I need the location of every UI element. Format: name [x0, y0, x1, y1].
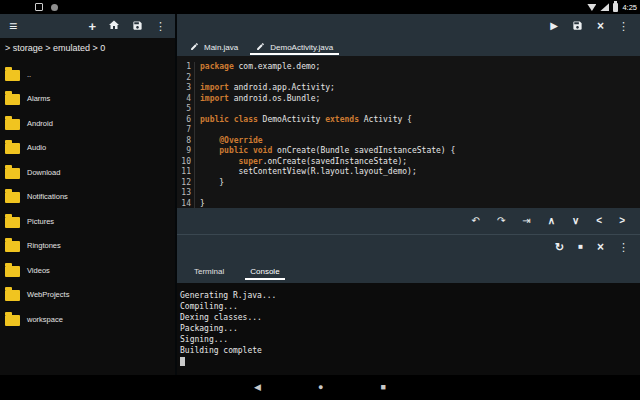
console-toolbar: ↻ ■ × ⋮ [177, 235, 640, 259]
file-item-label: Ringtones [27, 241, 61, 250]
undo-icon[interactable]: ↶ [471, 216, 479, 226]
code-line: 11 setContentView(R.layout.layout_demo); [177, 167, 640, 178]
nav-back-icon[interactable]: ◀ [254, 383, 261, 392]
file-item[interactable]: Pictures [0, 209, 175, 234]
app-screen: 4:25 ≡ + ⋮ > storage > emulated > 0 ..Al… [0, 0, 640, 400]
overflow-menu-icon[interactable]: ⋮ [618, 21, 629, 32]
tab-console[interactable]: Console [245, 262, 284, 281]
status-clock: 4:25 [622, 3, 637, 12]
overflow-menu-icon[interactable]: ⋮ [618, 242, 629, 253]
close-icon[interactable]: × [597, 241, 604, 253]
new-file-icon[interactable]: + [88, 20, 96, 33]
file-item[interactable]: workspace [0, 307, 175, 332]
editor-toolbar: ▶ × ⋮ [177, 14, 640, 38]
nav-home-icon[interactable]: ● [318, 383, 323, 392]
folder-icon [5, 241, 20, 252]
redo-icon[interactable]: ↷ [497, 216, 505, 226]
file-item[interactable]: Ringtones [0, 234, 175, 259]
editor-tabbar: Main.java DemoActivity.java [177, 38, 640, 56]
file-item[interactable]: .. [0, 62, 175, 87]
breadcrumb[interactable]: > storage > emulated > 0 [0, 38, 175, 58]
file-item-label: Alarms [27, 94, 50, 103]
file-item-label: workspace [27, 315, 63, 324]
file-item-label: Pictures [27, 217, 54, 226]
code-text: package com.example.demo; [195, 62, 320, 73]
tab-terminal[interactable]: Terminal [189, 262, 229, 281]
line-number: 12 [177, 178, 195, 189]
console-line: Signing... [180, 334, 640, 345]
edit-icon [256, 42, 265, 53]
file-item[interactable]: Alarms [0, 87, 175, 112]
line-number: 11 [177, 167, 195, 178]
status-system-icons: 4:25 [587, 3, 637, 12]
chevron-right-icon[interactable]: > [619, 216, 625, 226]
tab-key-icon[interactable]: ⇥ [522, 216, 530, 226]
code-text: public void onCreate(Bundle savedInstanc… [195, 146, 455, 157]
tab-main-java[interactable]: Main.java [181, 38, 247, 56]
status-notification-icons [35, 3, 58, 11]
cell-signal-icon [600, 3, 609, 11]
run-icon[interactable]: ▶ [550, 21, 558, 31]
refresh-icon[interactable]: ↻ [555, 242, 564, 253]
code-text [195, 188, 200, 199]
code-text: import android.os.Bundle; [195, 94, 320, 105]
wifi-icon [587, 3, 596, 11]
file-item[interactable]: Android [0, 111, 175, 136]
folder-icon [5, 266, 20, 277]
line-number: 8 [177, 136, 195, 147]
code-text: } [195, 178, 224, 189]
chevron-up-icon[interactable]: ∧ [548, 216, 555, 226]
file-list: ..AlarmsAndroidAudioDownloadNotification… [0, 58, 175, 332]
folder-icon [5, 192, 20, 203]
stop-icon[interactable]: ■ [578, 243, 583, 251]
tab-label: Main.java [204, 43, 238, 52]
chevron-left-icon[interactable]: < [596, 216, 602, 226]
file-browser-panel: ≡ + ⋮ > storage > emulated > 0 ..AlarmsA… [0, 14, 175, 375]
code-line: 9 public void onCreate(Bundle savedInsta… [177, 146, 640, 157]
line-number: 14 [177, 199, 195, 209]
file-item-label: WebProjects [27, 290, 69, 299]
code-text [195, 73, 200, 84]
close-icon[interactable]: × [597, 20, 604, 32]
code-area[interactable]: 1package com.example.demo;23import andro… [177, 56, 640, 208]
file-item-label: Videos [27, 266, 50, 275]
code-text: } [195, 199, 205, 209]
console-line: Compiling... [180, 301, 640, 312]
file-item[interactable]: Audio [0, 136, 175, 161]
console-line: Dexing classes... [180, 312, 640, 323]
line-number: 13 [177, 188, 195, 199]
battery-icon [613, 3, 618, 12]
folder-icon [5, 315, 20, 326]
folder-icon [5, 143, 20, 154]
overflow-menu-icon[interactable]: ⋮ [155, 21, 166, 32]
chevron-down-icon[interactable]: ∨ [572, 216, 579, 226]
code-text: public class DemoActivity extends Activi… [195, 115, 412, 126]
file-item[interactable]: WebProjects [0, 283, 175, 308]
file-item[interactable]: Download [0, 160, 175, 185]
file-item[interactable]: Notifications [0, 185, 175, 210]
home-icon[interactable] [108, 17, 120, 35]
line-number: 5 [177, 104, 195, 115]
save-icon[interactable] [572, 17, 583, 35]
line-number: 3 [177, 83, 195, 94]
code-text: super.onCreate(savedInstanceState); [195, 157, 407, 168]
file-item[interactable]: Videos [0, 258, 175, 283]
tab-demoactivity-java[interactable]: DemoActivity.java [247, 38, 342, 56]
folder-icon [5, 217, 20, 228]
code-line: 8 @Override [177, 136, 640, 147]
nav-recents-icon[interactable]: ■ [380, 383, 385, 392]
line-number: 10 [177, 157, 195, 168]
folder-icon [5, 94, 20, 105]
console-line: Packaging... [180, 323, 640, 334]
file-browser-actions: + ⋮ [88, 17, 166, 35]
editor-panel: ▶ × ⋮ Main.java DemoActivity.java 1packa… [177, 14, 640, 375]
file-item-label: Android [27, 119, 53, 128]
console-line: Generating R.java... [180, 290, 640, 301]
code-line: 10 super.onCreate(savedInstanceState); [177, 157, 640, 168]
code-line: 12 } [177, 178, 640, 189]
menu-icon[interactable]: ≡ [9, 19, 17, 33]
file-item-label: Audio [27, 143, 46, 152]
line-number: 9 [177, 146, 195, 157]
line-number: 6 [177, 115, 195, 126]
save-icon[interactable] [132, 17, 143, 35]
